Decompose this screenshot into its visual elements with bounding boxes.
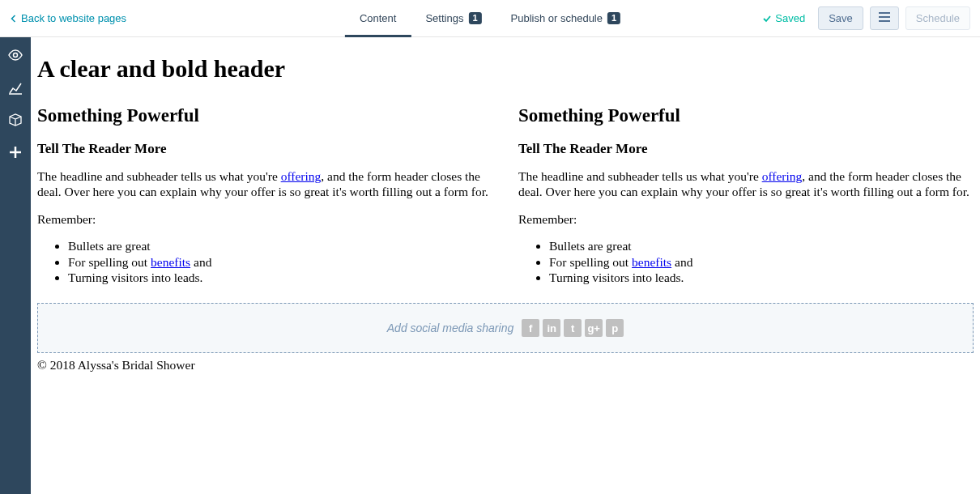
add-icon[interactable] (7, 144, 23, 160)
list-item: For spelling out benefits and (549, 254, 974, 270)
svg-point-0 (14, 53, 18, 57)
back-link[interactable]: Back to website pages (10, 12, 126, 24)
tab-label: Settings (425, 12, 463, 24)
schedule-button: Schedule (905, 6, 970, 30)
benefits-link[interactable]: benefits (151, 255, 190, 269)
social-sharing-placeholder[interactable]: Add social media sharing f in t g+ p (37, 303, 974, 353)
column-title: Something Powerful (37, 105, 492, 126)
more-menu-button[interactable] (870, 6, 899, 30)
pinterest-icon: p (606, 319, 624, 337)
remember-label: Remember: (37, 211, 492, 227)
hamburger-icon (879, 12, 890, 22)
editor-sidebar (0, 37, 31, 494)
column-left[interactable]: Something Powerful Tell The Reader More … (37, 105, 492, 285)
tab-label: Publish or schedule (511, 12, 603, 24)
offering-link[interactable]: offering (762, 169, 803, 183)
saved-indicator: Saved (762, 12, 805, 24)
list-item: Bullets are great (549, 238, 974, 253)
list-item: Turning visitors into leads. (549, 270, 974, 285)
tab-label: Content (360, 12, 397, 24)
topbar-actions: Saved Save Schedule (762, 6, 970, 30)
column-subtitle: Tell The Reader More (37, 141, 492, 157)
two-columns: Something Powerful Tell The Reader More … (37, 105, 974, 285)
list-item: Turning visitors into leads. (68, 270, 492, 285)
save-button[interactable]: Save (818, 6, 863, 30)
column-paragraph: The headline and subheader tells us what… (518, 168, 974, 200)
social-icon-row: f in t g+ p (522, 319, 624, 337)
saved-label-text: Saved (775, 12, 805, 24)
twitter-icon: t (564, 319, 582, 337)
benefits-link[interactable]: benefits (632, 255, 671, 269)
box-icon[interactable] (7, 112, 23, 128)
page-canvas: A clear and bold header Something Powerf… (31, 37, 980, 494)
column-paragraph: The headline and subheader tells us what… (37, 168, 492, 200)
preview-icon[interactable] (7, 47, 23, 63)
analytics-icon[interactable] (7, 79, 23, 96)
chevron-left-icon (10, 15, 18, 23)
offering-link[interactable]: offering (281, 169, 322, 183)
editor-topbar: Back to website pages Content Settings 1… (0, 0, 980, 37)
list-item: Bullets are great (68, 238, 492, 253)
linkedin-icon: in (543, 319, 560, 337)
column-subtitle: Tell The Reader More (518, 141, 974, 157)
column-right[interactable]: Something Powerful Tell The Reader More … (518, 105, 974, 285)
page-footer[interactable]: © 2018 Alyssa's Bridal Shower (37, 358, 974, 373)
check-icon (762, 14, 772, 23)
remember-label: Remember: (518, 211, 974, 227)
page-title[interactable]: A clear and bold header (37, 55, 974, 83)
facebook-icon: f (522, 319, 539, 337)
tab-badge: 1 (468, 12, 481, 24)
bullet-list: Bullets are great For spelling out benef… (37, 238, 492, 285)
social-placeholder-label: Add social media sharing (387, 322, 513, 334)
tab-content[interactable]: Content (345, 0, 411, 37)
tab-publish[interactable]: Publish or schedule 1 (496, 0, 636, 37)
back-link-label: Back to website pages (21, 12, 126, 24)
top-tabs: Content Settings 1 Publish or schedule 1 (345, 0, 635, 37)
tab-settings[interactable]: Settings 1 (411, 0, 496, 37)
column-title: Something Powerful (518, 105, 974, 126)
googleplus-icon: g+ (585, 319, 603, 337)
bullet-list: Bullets are great For spelling out benef… (518, 238, 974, 285)
list-item: For spelling out benefits and (68, 254, 492, 270)
tab-badge: 1 (607, 12, 620, 24)
